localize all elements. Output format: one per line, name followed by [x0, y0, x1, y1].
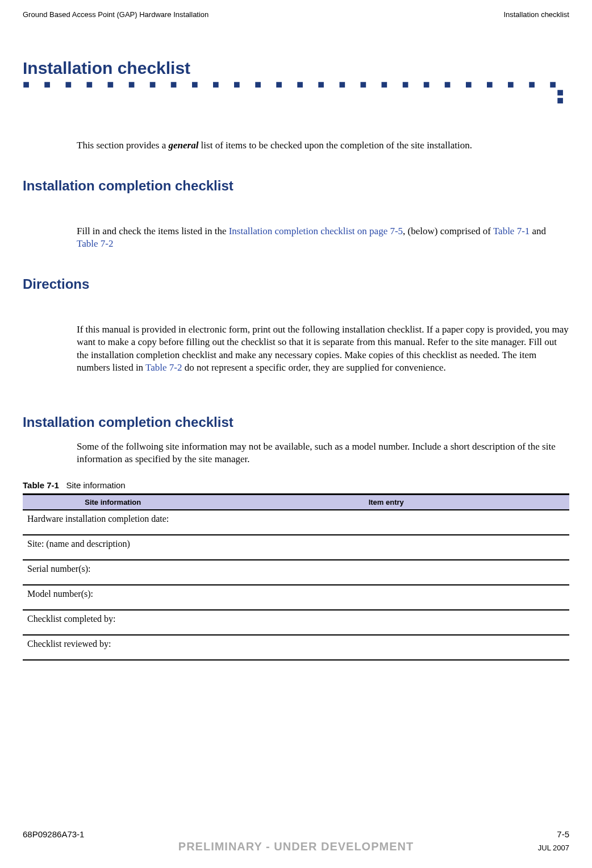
intro-text-before: This section provides a — [77, 140, 168, 151]
table-7-1-title: Site information — [66, 480, 125, 490]
heading-installation-completion-checklist-1: Installation completion checklist — [23, 178, 569, 194]
link-table-7-1[interactable]: Table 7-1 — [493, 226, 530, 236]
intro-paragraph: This section provides a general list of … — [77, 139, 569, 152]
page-footer: 68P09286A73-1 7-5 PRELIMINARY - UNDER DE… — [23, 829, 569, 853]
footer-page-number: 7-5 — [557, 829, 569, 839]
row-label: Checklist completed by: — [23, 610, 203, 635]
row-entry[interactable] — [203, 535, 569, 560]
table-row: Serial number(s): — [23, 560, 569, 585]
cc1-text-before: Fill in and check the items listed in th… — [77, 226, 229, 236]
table-7-1-caption: Table 7-1 Site information — [23, 480, 569, 490]
directions-para: If this manual is provided in electronic… — [77, 323, 569, 375]
completion-checklist-2-para: Some of the follwoing site information m… — [77, 441, 569, 466]
table-row: Model number(s): — [23, 585, 569, 610]
heading-installation-completion-checklist-2: Installation completion checklist — [23, 414, 569, 430]
chapter-title: Installation checklist — [23, 59, 569, 78]
row-label: Hardware installation completion date: — [23, 510, 203, 535]
dotted-divider: ■ ■ ■ ■ ■ ■ ■ ■ ■ ■ ■ ■ ■ ■ ■ ■ ■ ■ ■ ■ … — [23, 80, 569, 105]
row-entry[interactable] — [203, 560, 569, 585]
link-table-7-2-b[interactable]: Table 7-2 — [145, 362, 182, 373]
running-header-right: Installation checklist — [503, 10, 569, 19]
table-row: Site: (name and description) — [23, 535, 569, 560]
directions-after: do not represent a specific order, they … — [182, 362, 445, 373]
row-entry[interactable] — [203, 635, 569, 660]
running-header-left: Ground Based Access Point (GAP) Hardware… — [23, 10, 209, 19]
table-row: Checklist reviewed by: — [23, 635, 569, 660]
cc1-and: and — [530, 226, 546, 236]
table-header-site-information: Site information — [23, 495, 203, 510]
row-entry[interactable] — [203, 585, 569, 610]
cc1-mid1: , (below) comprised of — [403, 226, 493, 236]
row-label: Checklist reviewed by: — [23, 635, 203, 660]
footer-preliminary-watermark: PRELIMINARY - UNDER DEVELOPMENT — [80, 840, 512, 853]
running-header: Ground Based Access Point (GAP) Hardware… — [23, 10, 569, 19]
row-label: Site: (name and description) — [23, 535, 203, 560]
table-header-row: Site information Item entry — [23, 495, 569, 510]
row-label: Serial number(s): — [23, 560, 203, 585]
intro-general-em: general — [168, 140, 198, 151]
footer-date: JUL 2007 — [512, 844, 569, 852]
intro-text-after: list of items to be checked upon the com… — [198, 140, 472, 151]
table-site-information: Site information Item entry Hardware ins… — [23, 493, 569, 661]
row-entry[interactable] — [203, 610, 569, 635]
footer-doc-number: 68P09286A73-1 — [23, 829, 84, 839]
table-row: Checklist completed by: — [23, 610, 569, 635]
row-label: Model number(s): — [23, 585, 203, 610]
table-header-item-entry: Item entry — [203, 495, 569, 510]
completion-checklist-1-para: Fill in and check the items listed in th… — [77, 225, 569, 251]
table-row: Hardware installation completion date: — [23, 510, 569, 535]
table-7-1-number: Table 7-1 — [23, 480, 59, 490]
link-install-completion-checklist[interactable]: Installation completion checklist on pag… — [229, 226, 403, 236]
heading-directions: Directions — [23, 276, 569, 292]
link-table-7-2-a[interactable]: Table 7-2 — [77, 238, 113, 249]
row-entry[interactable] — [203, 510, 569, 535]
